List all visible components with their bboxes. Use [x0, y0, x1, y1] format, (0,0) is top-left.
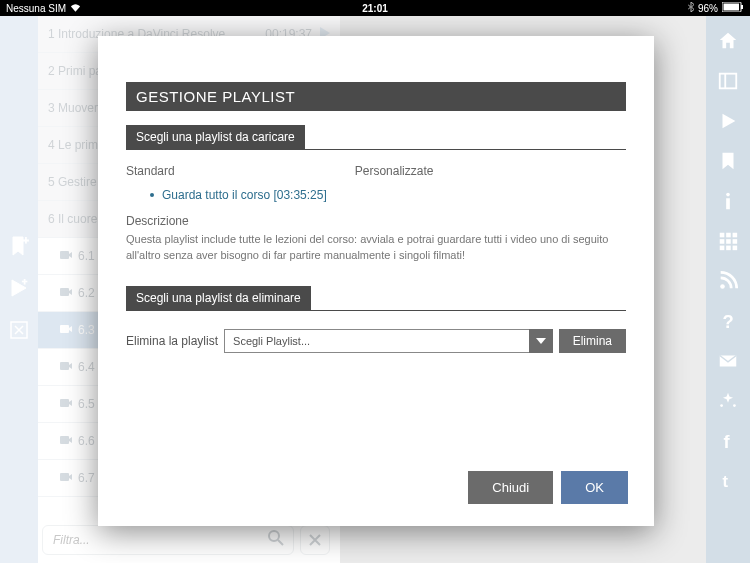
svg-rect-19 — [733, 233, 738, 238]
delete-label: Elimina la playlist — [126, 334, 218, 348]
facebook-icon[interactable]: f — [717, 430, 739, 456]
svg-rect-2 — [741, 5, 743, 9]
layout-icon[interactable] — [717, 70, 739, 96]
clock-label: 21:01 — [362, 3, 388, 14]
svg-point-29 — [733, 404, 736, 407]
carrier-label: Nessuna SIM — [6, 3, 66, 14]
grid-icon[interactable] — [717, 230, 739, 256]
info-icon[interactable] — [717, 190, 739, 216]
bluetooth-icon — [688, 2, 694, 14]
playlist-select-value: Scegli Playlist... — [224, 329, 529, 353]
category-custom[interactable]: Personalizzate — [355, 164, 434, 178]
chevron-down-icon — [529, 329, 553, 353]
svg-text:t: t — [723, 472, 729, 490]
svg-rect-22 — [733, 239, 738, 244]
description-label: Descrizione — [126, 214, 626, 228]
battery-label: 96% — [698, 3, 718, 14]
close-button[interactable]: Chiudi — [468, 471, 553, 504]
battery-icon — [722, 2, 744, 14]
svg-rect-17 — [720, 233, 725, 238]
svg-rect-23 — [720, 246, 725, 251]
svg-rect-18 — [726, 233, 731, 238]
ok-button[interactable]: OK — [561, 471, 628, 504]
playlist-item-label: Guarda tutto il corso [03:35:25] — [162, 188, 327, 202]
section-load-playlist: Scegli una playlist da caricare — [126, 125, 305, 149]
play-icon[interactable] — [717, 110, 739, 136]
svg-rect-1 — [724, 4, 740, 11]
twitter-icon[interactable]: t — [717, 470, 739, 496]
svg-point-15 — [726, 193, 730, 197]
description-text: Questa playlist include tutte le lezioni… — [126, 232, 626, 264]
delete-button[interactable]: Elimina — [559, 329, 626, 353]
rss-icon[interactable] — [717, 270, 739, 296]
svg-rect-25 — [733, 246, 738, 251]
svg-rect-16 — [726, 198, 730, 209]
playlist-modal: GESTIONE PLAYLIST Scegli una playlist da… — [98, 36, 654, 526]
help-icon[interactable]: ? — [717, 310, 739, 336]
svg-rect-21 — [726, 239, 731, 244]
modal-title: GESTIONE PLAYLIST — [126, 82, 626, 111]
status-bar: Nessuna SIM 21:01 96% — [0, 0, 750, 16]
bookmark-icon[interactable] — [717, 150, 739, 176]
mail-icon[interactable] — [717, 350, 739, 376]
wifi-icon — [70, 3, 81, 14]
svg-rect-24 — [726, 246, 731, 251]
svg-point-26 — [720, 284, 725, 289]
sparkle-icon[interactable] — [717, 390, 739, 416]
category-standard[interactable]: Standard — [126, 164, 175, 178]
playlist-item[interactable]: Guarda tutto il corso [03:35:25] — [150, 188, 626, 202]
home-icon[interactable] — [717, 30, 739, 56]
section-delete-playlist: Scegli una playlist da eliminare — [126, 286, 311, 310]
svg-rect-13 — [720, 74, 737, 89]
svg-text:?: ? — [723, 311, 734, 332]
bullet-icon — [150, 193, 154, 197]
playlist-select[interactable]: Scegli Playlist... — [224, 329, 553, 353]
svg-point-30 — [720, 404, 723, 407]
right-toolbar: ? f t — [706, 16, 750, 563]
svg-text:f: f — [723, 431, 730, 452]
svg-rect-20 — [720, 239, 725, 244]
